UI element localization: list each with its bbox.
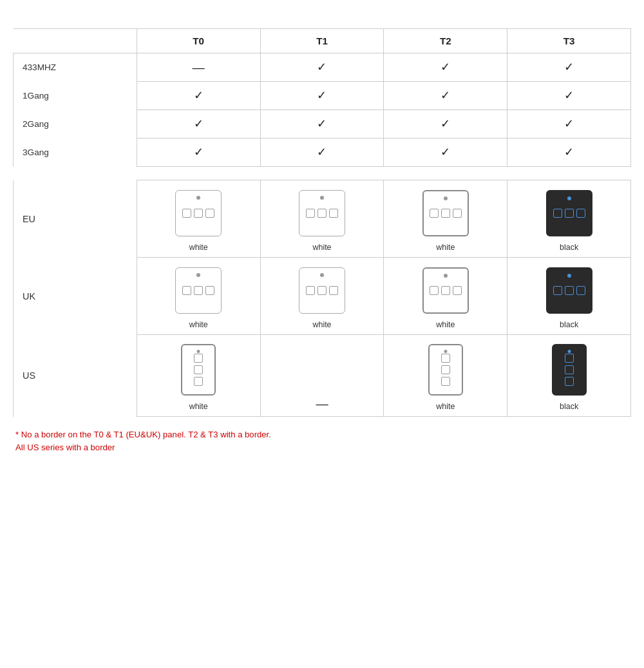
- device-color-label: white: [436, 320, 455, 329]
- feature-cell: ✓: [384, 110, 507, 138]
- col-header-empty: [14, 29, 137, 53]
- region-label: UK: [14, 258, 137, 335]
- feature-cell: ✓: [507, 53, 631, 82]
- device-cell: white: [260, 258, 384, 335]
- device-cell: black: [507, 180, 631, 258]
- col-header-t0: T0: [137, 29, 260, 53]
- col-header-t3: T3: [507, 29, 631, 53]
- device-color-label: white: [312, 243, 331, 252]
- device-cell: white: [384, 335, 507, 417]
- device-row: UKwhitewhitewhiteblack: [14, 258, 631, 335]
- feature-label: 2Gang: [14, 110, 137, 138]
- device-cell: white: [384, 258, 507, 335]
- device-cell: white: [260, 180, 384, 258]
- feature-cell: ✓: [507, 82, 631, 110]
- feature-cell: ✓: [507, 138, 631, 167]
- region-label: EU: [14, 180, 137, 258]
- feature-cell: ✓: [384, 82, 507, 110]
- feature-cell: —: [137, 53, 260, 82]
- feature-cell: ✓: [260, 53, 384, 82]
- device-color-label: white: [436, 402, 455, 411]
- feature-label: 1Gang: [14, 82, 137, 110]
- feature-label: 433MHZ: [14, 53, 137, 82]
- feature-cell: ✓: [137, 110, 260, 138]
- feature-row: 2Gang✓✓✓✓: [14, 110, 631, 138]
- feature-cell: ✓: [260, 138, 384, 167]
- feature-cell: ✓: [507, 110, 631, 138]
- device-cell: white: [137, 335, 260, 417]
- feature-row: 433MHZ—✓✓✓: [14, 53, 631, 82]
- device-cell: —: [260, 335, 384, 417]
- region-label: US: [14, 335, 137, 417]
- device-color-label: black: [560, 243, 578, 252]
- device-color-label: white: [436, 243, 455, 252]
- col-header-t2: T2: [384, 29, 507, 53]
- device-cell: white: [137, 258, 260, 335]
- device-row: EUwhitewhitewhiteblack: [14, 180, 631, 258]
- feature-cell: ✓: [260, 110, 384, 138]
- comparison-table: T0 T1 T2 T3 433MHZ—✓✓✓1Gang✓✓✓✓2Gang✓✓✓✓…: [13, 28, 631, 417]
- device-cell: black: [507, 335, 631, 417]
- device-color-label: white: [312, 320, 331, 329]
- device-row: USwhite—whiteblack: [14, 335, 631, 417]
- feature-cell: ✓: [260, 82, 384, 110]
- device-color-label: black: [560, 320, 578, 329]
- feature-label: 3Gang: [14, 138, 137, 167]
- feature-cell: ✓: [384, 53, 507, 82]
- feature-cell: ✓: [137, 82, 260, 110]
- feature-cell: ✓: [137, 138, 260, 167]
- device-color-label: black: [560, 402, 578, 411]
- feature-row: 1Gang✓✓✓✓: [14, 82, 631, 110]
- feature-cell: ✓: [384, 138, 507, 167]
- device-cell: white: [384, 180, 507, 258]
- device-cell: white: [137, 180, 260, 258]
- col-header-t1: T1: [260, 29, 384, 53]
- feature-row: 3Gang✓✓✓✓: [14, 138, 631, 167]
- device-color-label: white: [189, 320, 208, 329]
- device-color-label: white: [189, 402, 208, 411]
- footnote: * No a border on the T0 & T1 (EU&UK) pan…: [13, 428, 631, 453]
- device-cell: black: [507, 258, 631, 335]
- device-color-label: white: [189, 243, 208, 252]
